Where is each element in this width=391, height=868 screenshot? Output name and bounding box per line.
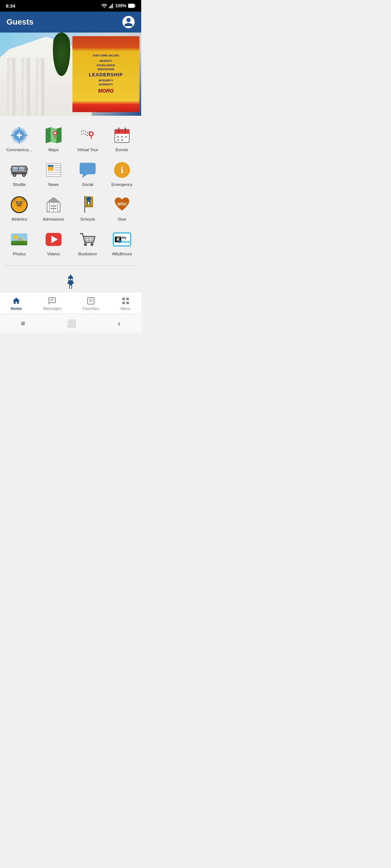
android-back-lines[interactable]: ≡: [14, 318, 33, 329]
wifi-icon: [101, 4, 107, 8]
nav-menu-button[interactable]: Menu: [116, 295, 135, 312]
svg-text:MSU: MSU: [118, 202, 127, 206]
profile-avatar-button[interactable]: [122, 16, 135, 28]
svg-point-100: [84, 243, 87, 246]
svg-rect-50: [48, 165, 54, 167]
svg-point-43: [14, 174, 16, 176]
grid-item-photos[interactable]: Photos: [3, 226, 36, 259]
android-home-circle[interactable]: ⬜: [60, 318, 83, 329]
events-label: Events: [115, 148, 128, 152]
social-label: Social: [82, 182, 93, 187]
news-icon: [43, 160, 64, 180]
grid-item-athletics[interactable]: Athletics: [3, 191, 36, 224]
menu-nav-label: Menu: [121, 306, 131, 311]
svg-rect-46: [10, 168, 12, 171]
svg-line-103: [89, 237, 89, 242]
home-nav-label: Home: [11, 306, 22, 311]
athletics-icon: [9, 195, 29, 215]
svg-point-72: [18, 204, 19, 205]
schools-icon: [77, 195, 98, 215]
svg-point-70: [21, 202, 22, 203]
svg-point-101: [91, 243, 93, 246]
battery-icon: [128, 4, 135, 8]
svg-rect-56: [80, 163, 96, 174]
give-label: Give: [118, 217, 126, 221]
athletics-label: Athletics: [12, 217, 27, 221]
svg-marker-17: [46, 127, 51, 143]
svg-rect-35: [121, 139, 123, 141]
nav-home-button[interactable]: Home: [7, 295, 26, 312]
grid-item-events[interactable]: Events: [106, 122, 139, 155]
grid-item-admissions[interactable]: Admissions: [37, 191, 70, 224]
divider: [4, 265, 138, 266]
grid-item-mybmore[interactable]: # My Bmore #MyBmore: [106, 226, 139, 259]
svg-point-65: [16, 200, 18, 201]
building-columns: [7, 58, 44, 116]
videos-label: Videos: [47, 252, 60, 256]
nav-favorites-button[interactable]: Favorites: [79, 295, 104, 312]
svg-line-102: [85, 237, 86, 242]
photos-icon: [9, 229, 29, 250]
svg-rect-85: [86, 198, 91, 200]
messages-nav-icon: [48, 297, 56, 305]
svg-rect-125: [122, 302, 125, 304]
svg-rect-39: [19, 167, 24, 171]
maps-icon: [43, 125, 64, 145]
svg-point-24: [90, 133, 93, 135]
favorites-nav-label: Favorites: [83, 306, 99, 311]
emergency-icon: i: [112, 160, 132, 180]
android-recents-arrow[interactable]: ‹: [111, 318, 128, 329]
grid-item-news[interactable]: News: [37, 156, 70, 190]
home-nav-icon: [12, 297, 21, 305]
svg-point-45: [23, 174, 25, 176]
svg-rect-124: [126, 298, 129, 300]
svg-marker-57: [82, 174, 88, 178]
svg-rect-3: [111, 5, 112, 8]
svg-rect-6: [135, 5, 135, 7]
svg-rect-32: [121, 136, 123, 138]
svg-text:i: i: [121, 165, 123, 175]
svg-rect-2: [110, 6, 111, 8]
grid-item-videos[interactable]: Videos: [37, 226, 70, 259]
app-grid-container: Coronavirus... Maps: [0, 116, 141, 262]
center-logo-area: [0, 269, 141, 292]
shuttle-label: Shuttle: [13, 182, 26, 187]
grid-item-virtual-tour[interactable]: Virtual Tour: [71, 122, 104, 155]
user-icon: [123, 17, 134, 27]
nav-messages-button[interactable]: Messages: [39, 295, 66, 312]
signal-icon: [109, 3, 113, 8]
app-grid: Coronavirus... Maps: [3, 122, 138, 259]
coronavirus-icon: [9, 125, 29, 145]
shuttle-icon: [9, 160, 29, 180]
messages-nav-label: Messages: [43, 306, 61, 311]
svg-rect-1: [109, 7, 110, 8]
coronavirus-label: Coronavirus...: [6, 148, 32, 152]
morgan-state-logo: [63, 273, 79, 289]
core-values-banner: OUR CORE VALUES RESPECT EXCELLENCE INNOV…: [72, 36, 139, 112]
grid-item-give[interactable]: MSU Give: [106, 191, 139, 224]
grid-item-maps[interactable]: Maps: [37, 122, 70, 155]
svg-rect-38: [13, 167, 18, 171]
battery-text: 100%: [115, 3, 126, 8]
status-bar: 8:34 100%: [0, 0, 141, 12]
grid-item-social[interactable]: Social: [71, 156, 104, 190]
grid-item-emergency[interactable]: i Emergency: [106, 156, 139, 190]
svg-marker-19: [56, 127, 62, 143]
hero-image: OUR CORE VALUES RESPECT EXCELLENCE INNOV…: [0, 33, 141, 116]
mybmore-icon: # My Bmore: [112, 229, 132, 250]
grid-item-bookstore[interactable]: Bookstore: [71, 226, 104, 259]
svg-text:Bmore: Bmore: [118, 240, 130, 244]
svg-rect-118: [71, 279, 72, 280]
social-icon: [77, 160, 98, 180]
svg-rect-93: [11, 244, 27, 245]
svg-rect-126: [126, 302, 129, 304]
android-nav-bar: ≡ ⬜ ‹: [0, 314, 141, 333]
svg-marker-114: [68, 275, 73, 278]
grid-item-shuttle[interactable]: Shuttle: [3, 156, 36, 190]
give-icon: MSU: [112, 195, 132, 215]
grid-item-schools[interactable]: Schools: [71, 191, 104, 224]
bookstore-icon: [77, 229, 98, 250]
grid-item-coronavirus[interactable]: Coronavirus...: [3, 122, 36, 155]
status-icons: 100%: [101, 3, 135, 8]
svg-rect-5: [128, 4, 134, 8]
